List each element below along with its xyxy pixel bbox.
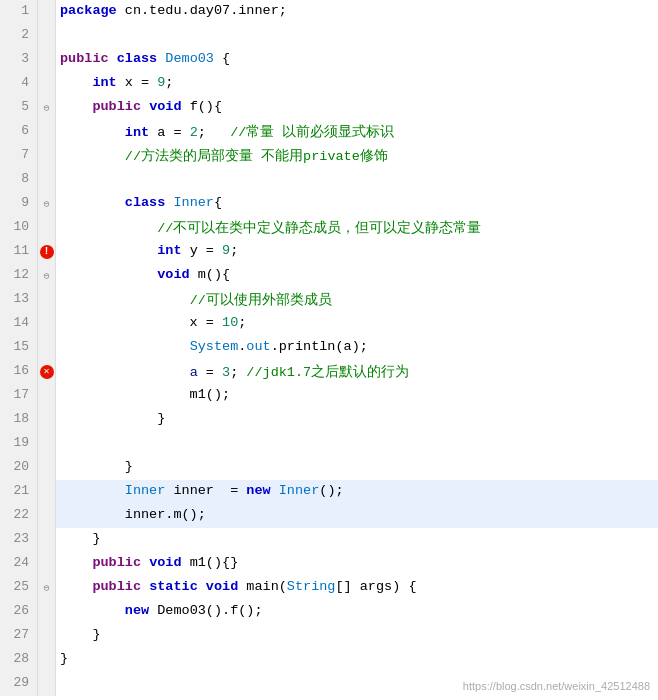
- plain-token: main(: [238, 579, 287, 594]
- plain-token: [60, 243, 157, 258]
- line-number: 17: [0, 384, 38, 408]
- line-content: [56, 432, 658, 456]
- line-content: }: [56, 456, 658, 480]
- comment-token: //常量 以前必须显式标识: [230, 125, 394, 140]
- code-line: 7 //方法类的局部变量 不能用private修饰: [0, 144, 658, 168]
- line-gutter: [38, 336, 56, 360]
- comment-token: //不可以在类中定义静态成员，但可以定义静态常量: [157, 221, 481, 236]
- line-content: int x = 9;: [56, 72, 658, 96]
- fold-icon[interactable]: ⊖: [43, 270, 49, 282]
- code-line: 17 m1();: [0, 384, 658, 408]
- line-number: 23: [0, 528, 38, 552]
- code-line: 5⊖ public void f(){: [0, 96, 658, 120]
- type-token: void: [206, 579, 238, 594]
- code-line: 6 int a = 2; //常量 以前必须显式标识: [0, 120, 658, 144]
- line-gutter: [38, 120, 56, 144]
- code-line: 20 }: [0, 456, 658, 480]
- line-number: 4: [0, 72, 38, 96]
- type-token: int: [92, 75, 116, 90]
- kw-token: class: [125, 195, 166, 210]
- line-number: 12: [0, 264, 38, 288]
- line-number: 14: [0, 312, 38, 336]
- plain-token: m1();: [60, 387, 230, 402]
- line-content: int a = 2; //常量 以前必须显式标识: [56, 120, 658, 144]
- plain-token: Demo03().f();: [149, 603, 262, 618]
- plain-token: [60, 149, 125, 164]
- fold-icon[interactable]: ⊖: [43, 198, 49, 210]
- fold-icon[interactable]: ⊖: [43, 582, 49, 594]
- plain-token: ;: [230, 243, 238, 258]
- error-icon: ✕: [40, 365, 54, 379]
- line-number: 26: [0, 600, 38, 624]
- code-line: 27 }: [0, 624, 658, 648]
- line-number: 18: [0, 408, 38, 432]
- plain-token: cn.tedu.day07.inner;: [117, 3, 287, 18]
- out-kw-token: out: [246, 339, 270, 354]
- fold-icon[interactable]: ⊖: [43, 102, 49, 114]
- line-number: 9: [0, 192, 38, 216]
- line-number: 11: [0, 240, 38, 264]
- plain-token: [198, 579, 206, 594]
- line-number: 1: [0, 0, 38, 24]
- plain-token: ;: [165, 75, 173, 90]
- line-gutter: [38, 624, 56, 648]
- line-content: void m(){: [56, 264, 658, 288]
- plain-token: m1(){}: [182, 555, 239, 570]
- code-line: 15 System.out.println(a);: [0, 336, 658, 360]
- comment-token: //jdk1.7之后默认的行为: [246, 365, 409, 380]
- line-number: 19: [0, 432, 38, 456]
- line-gutter[interactable]: ⊖: [38, 264, 56, 288]
- plain-token: [109, 51, 117, 66]
- plain-token: ;: [230, 365, 246, 380]
- line-gutter: [38, 480, 56, 504]
- line-content: public void f(){: [56, 96, 658, 120]
- kw-token: package: [60, 3, 117, 18]
- line-number: 28: [0, 648, 38, 672]
- plain-token: [60, 555, 92, 570]
- line-content: a = 3; //jdk1.7之后默认的行为: [56, 360, 658, 384]
- line-number: 15: [0, 336, 38, 360]
- plain-token: [60, 195, 125, 210]
- line-number: 29: [0, 672, 38, 696]
- plain-token: [141, 579, 149, 594]
- line-content: Inner inner = new Inner();: [56, 480, 658, 504]
- line-number: 5: [0, 96, 38, 120]
- code-line: 25⊖ public static void main(String[] arg…: [0, 576, 658, 600]
- comment-token: //可以使用外部类成员: [190, 293, 332, 308]
- code-area: 1package cn.tedu.day07.inner;2 3public c…: [0, 0, 658, 696]
- plain-token: [60, 75, 92, 90]
- line-gutter: [38, 600, 56, 624]
- plain-token: ;: [238, 315, 246, 330]
- kw-token: new: [246, 483, 270, 498]
- plain-token: }: [60, 411, 165, 426]
- kw-token: static: [149, 579, 198, 594]
- cn-token: Inner: [173, 195, 214, 210]
- line-content: package cn.tedu.day07.inner;: [56, 0, 658, 24]
- plain-token: [271, 483, 279, 498]
- line-content: }: [56, 648, 658, 672]
- line-gutter[interactable]: ⊖: [38, 192, 56, 216]
- code-line: 19: [0, 432, 658, 456]
- plain-token: [60, 293, 190, 308]
- plain-token: =: [198, 365, 222, 380]
- plain-token: [] args) {: [335, 579, 416, 594]
- plain-token: [60, 99, 92, 114]
- type-token: void: [157, 267, 189, 282]
- plain-token: {: [214, 51, 230, 66]
- cn-token: Demo03: [165, 51, 214, 66]
- plain-token: m(){: [190, 267, 231, 282]
- line-gutter: [38, 504, 56, 528]
- number-token: 3: [222, 365, 230, 380]
- line-gutter: [38, 216, 56, 240]
- line-content: public class Demo03 {: [56, 48, 658, 72]
- line-gutter[interactable]: ⊖: [38, 576, 56, 600]
- line-content: x = 10;: [56, 312, 658, 336]
- code-line: 16✕ a = 3; //jdk1.7之后默认的行为: [0, 360, 658, 384]
- line-number: 10: [0, 216, 38, 240]
- plain-token: inner =: [165, 483, 246, 498]
- cn-token: System: [190, 339, 239, 354]
- code-line: 22 inner.m();: [0, 504, 658, 528]
- line-gutter[interactable]: ⊖: [38, 96, 56, 120]
- plain-token: [60, 579, 92, 594]
- line-gutter: ✕: [38, 360, 56, 384]
